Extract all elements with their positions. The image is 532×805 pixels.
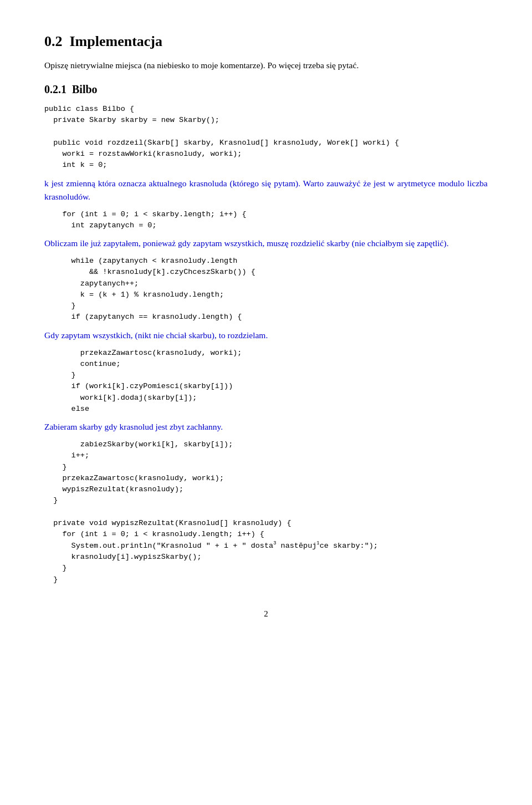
comment-obliczam: Obliczam ile już zapytałem, ponieważ gdy… (44, 237, 488, 250)
page-number: 2 (44, 608, 488, 620)
comment-zabieram: Zabieram skarby gdy krasnolud jest zbyt … (44, 420, 488, 434)
page-content: 0.2 Implementacja Opiszę nietrywialne mi… (44, 33, 488, 620)
code-while-block: while (zapytanych < krasnoludy.length &&… (44, 256, 488, 323)
code-for-header: for (int i = 0; i < skarby.length; i++) … (44, 209, 488, 232)
code-else-zabierz: zabiezSkarby(worki[k], skarby[i]); i++; … (44, 439, 488, 585)
comment-k: k jest zmienną która oznacza aktualnego … (44, 177, 488, 203)
intro-paragraph: Opiszę nietrywialne miejsca (na niebiesk… (44, 59, 488, 72)
comment-gdy: Gdy zapytam wszystkich, (nikt nie chciał… (44, 329, 488, 342)
section-heading: 0.2 Implementacja (44, 33, 488, 50)
code-bilbo-class: public class Bilbo { private Skarby skar… (44, 104, 488, 171)
code-if-przekaz: przekazZawartosc(krasnoludy, worki); con… (44, 348, 488, 415)
subsection-heading: 0.2.1 Bilbo (44, 83, 488, 96)
